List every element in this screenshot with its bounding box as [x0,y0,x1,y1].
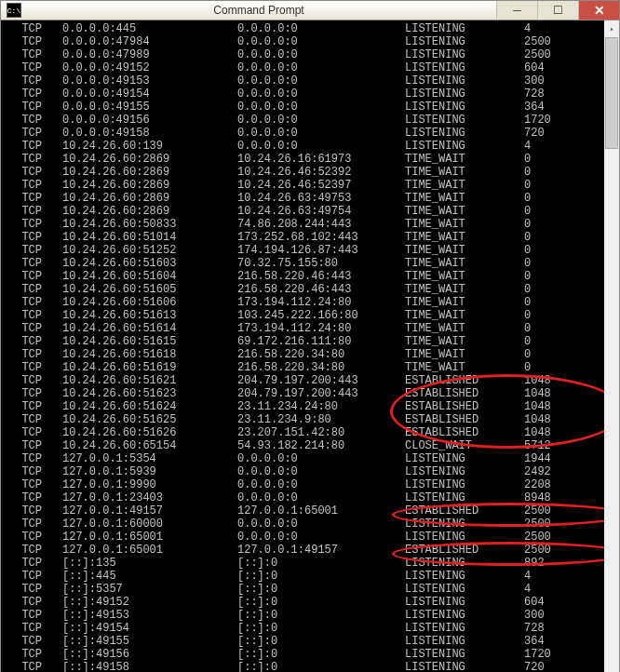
col-pid: 1944 [524,452,551,465]
col-local: 0.0.0.0:49156 [62,114,237,127]
maximize-button[interactable]: ☐ [537,1,578,20]
col-proto: TCP [8,257,62,270]
col-local: 10.24.26.60:50833 [62,218,237,231]
col-pid: 2500 [524,531,551,544]
col-local: 10.24.26.60:51621 [62,374,237,387]
terminal-output[interactable]: TCP0.0.0.0:4450.0.0.0:0LISTENING4 TCP0.0… [1,20,604,672]
col-pid: 4 [524,583,531,596]
col-pid: 1048 [524,387,551,400]
netstat-row: TCP0.0.0.0:491520.0.0.0:0LISTENING604 [8,61,600,74]
scroll-thumb[interactable] [605,37,618,149]
col-state: LISTENING [405,491,524,504]
netstat-row: TCP10.24.26.60:51621204.79.197.200:443ES… [8,374,600,387]
col-remote: 0.0.0.0:0 [237,465,405,478]
col-proto: TCP [8,426,62,439]
netstat-row: TCP0.0.0.0:491550.0.0.0:0LISTENING364 [8,101,600,114]
col-remote: [::]:0 [237,570,405,583]
col-pid: 2492 [524,465,551,478]
netstat-row: TCP0.0.0.0:479840.0.0.0:0LISTENING2500 [8,35,600,48]
col-state: ESTABLISHED [405,413,524,426]
col-local: 10.24.26.60:51618 [62,348,237,361]
col-local: 10.24.26.60:51626 [62,426,237,439]
col-state: LISTENING [405,140,524,153]
col-remote: 0.0.0.0:0 [237,48,405,61]
col-remote: 74.86.208.244:443 [237,218,405,231]
col-remote: 216.58.220.34:80 [237,361,405,374]
col-state: TIME_WAIT [405,179,524,192]
netstat-row: TCP127.0.0.1:49157127.0.0.1:65001ESTABLI… [8,504,600,517]
vertical-scrollbar[interactable]: ▴ ▾ [604,20,619,672]
col-remote: 54.93.182.214:80 [237,439,405,452]
col-proto: TCP [8,335,62,348]
col-pid: 2500 [524,48,551,61]
netstat-row: TCP10.24.26.60:1390.0.0.0:0LISTENING4 [8,140,600,153]
col-remote: [::]:0 [237,635,405,648]
col-local: [::]:445 [62,570,237,583]
col-pid: 728 [524,87,545,101]
col-local: [::]:49155 [62,635,237,648]
col-state: ESTABLISHED [405,426,524,439]
col-remote: [::]:0 [237,661,405,672]
col-state: LISTENING [405,101,524,114]
netstat-row: TCP127.0.0.1:650010.0.0.0:0LISTENING2500 [8,531,600,544]
cmd-icon: C:\ [7,3,21,18]
close-button[interactable]: ✕ [578,1,619,20]
col-state: TIME_WAIT [405,192,524,205]
col-state: TIME_WAIT [405,153,524,166]
col-remote: [::]:0 [237,557,405,570]
col-state: LISTENING [405,61,524,74]
col-remote: 204.79.197.200:443 [237,374,405,387]
col-remote: 0.0.0.0:0 [237,101,405,114]
minimize-button[interactable]: ─ [496,1,537,20]
col-pid: 720 [524,127,545,140]
col-proto: TCP [8,531,62,544]
netstat-row: TCP10.24.26.60:286910.24.26.63:49754TIME… [8,205,600,218]
col-remote: 0.0.0.0:0 [237,127,405,140]
netstat-row: TCP[::]:49158[::]:0LISTENING720 [8,661,600,672]
col-pid: 0 [524,244,531,257]
col-pid: 720 [524,661,545,672]
col-local: 127.0.0.1:23403 [62,491,237,504]
col-local: 10.24.26.60:51623 [62,387,237,400]
col-remote: 103.245.222.166:80 [237,309,405,322]
col-remote: 23.11.234.9:80 [237,413,405,426]
netstat-row: TCP10.24.26.60:286910.24.26.46:52397TIME… [8,179,600,192]
col-proto: TCP [8,570,62,583]
col-pid: 0 [524,322,531,335]
col-pid: 2500 [524,35,551,48]
netstat-row: TCP[::]:49155[::]:0LISTENING364 [8,635,600,648]
col-state: LISTENING [405,648,524,661]
col-state: LISTENING [405,114,524,127]
col-pid: 4 [524,22,531,35]
command-prompt-window: C:\ Command Prompt ─ ☐ ✕ TCP0.0.0.0:4450… [0,0,620,672]
col-pid: 604 [524,61,545,74]
col-pid: 2208 [524,478,551,491]
col-proto: TCP [8,465,62,478]
col-proto: TCP [8,114,62,127]
scroll-up-button[interactable]: ▴ [604,20,619,35]
netstat-row: TCP10.24.26.60:6515454.93.182.214:80CLOS… [8,439,600,452]
col-pid: 0 [524,231,531,244]
col-remote: [::]:0 [237,609,405,622]
col-proto: TCP [8,400,62,413]
col-local: 10.24.26.60:51606 [62,296,237,309]
col-pid: 0 [524,335,531,348]
col-remote: 0.0.0.0:0 [237,531,405,544]
col-state: TIME_WAIT [405,218,524,231]
col-remote: 10.24.26.16:61973 [237,153,405,166]
col-local: 10.24.26.60:2869 [62,179,237,192]
col-state: TIME_WAIT [405,244,524,257]
col-state: LISTENING [405,557,524,570]
netstat-row: TCP10.24.26.60:286910.24.26.46:52392TIME… [8,166,600,179]
netstat-row: TCP127.0.0.1:234030.0.0.0:0LISTENING8948 [8,491,600,504]
titlebar[interactable]: C:\ Command Prompt ─ ☐ ✕ [1,1,619,20]
col-state: LISTENING [405,127,524,140]
col-remote: 0.0.0.0:0 [237,140,405,153]
col-proto: TCP [8,648,62,661]
netstat-row: TCP0.0.0.0:491540.0.0.0:0LISTENING728 [8,87,600,101]
netstat-row: TCP10.24.26.60:51606173.194.112.24:80TIM… [8,296,600,309]
col-pid: 892 [524,557,545,570]
col-local: [::]:49158 [62,661,237,672]
col-state: LISTENING [405,478,524,491]
netstat-row: TCP[::]:49153[::]:0LISTENING300 [8,609,600,622]
